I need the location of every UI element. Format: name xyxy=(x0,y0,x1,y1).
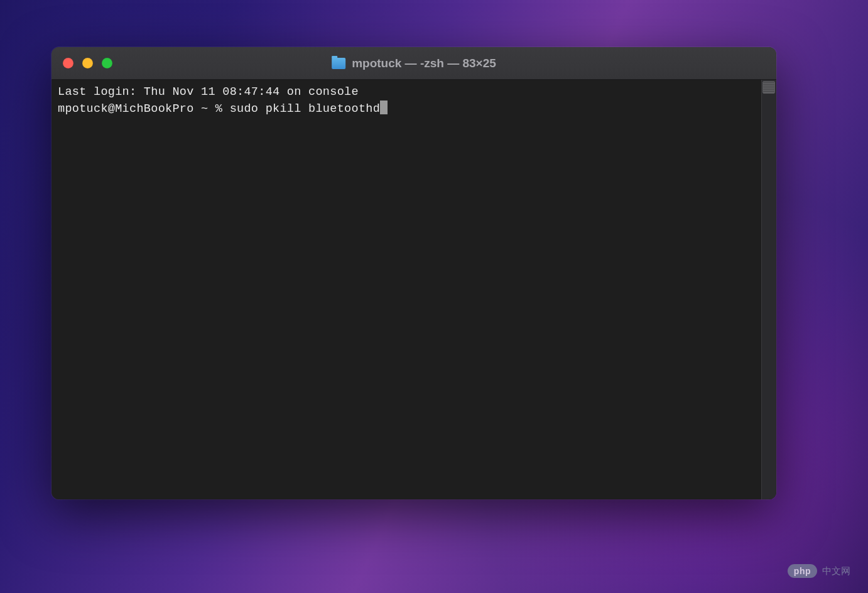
close-button[interactable] xyxy=(63,58,73,68)
terminal-window: mpotuck — -zsh — 83×25 Last login: Thu N… xyxy=(52,47,776,499)
window-title: mpotuck — -zsh — 83×25 xyxy=(332,57,496,70)
terminal-prompt-text: mpotuck@MichBookPro ~ % sudo pkill bluet… xyxy=(58,102,380,116)
cursor-icon xyxy=(380,101,388,114)
title-bar[interactable]: mpotuck — -zsh — 83×25 xyxy=(52,47,776,80)
terminal-prompt-line: mpotuck@MichBookPro ~ % sudo pkill bluet… xyxy=(58,101,755,117)
terminal-login-line: Last login: Thu Nov 11 08:47:44 on conso… xyxy=(58,84,755,101)
scrollbar-track[interactable] xyxy=(761,80,776,499)
watermark-text: 中文网 xyxy=(822,565,850,577)
watermark-badge: php xyxy=(788,564,817,578)
traffic-lights xyxy=(63,58,112,68)
watermark: php 中文网 xyxy=(788,564,850,578)
terminal-content[interactable]: Last login: Thu Nov 11 08:47:44 on conso… xyxy=(52,80,761,499)
window-title-text: mpotuck — -zsh — 83×25 xyxy=(352,57,496,70)
folder-icon xyxy=(332,58,345,69)
terminal-body: Last login: Thu Nov 11 08:47:44 on conso… xyxy=(52,80,776,499)
maximize-button[interactable] xyxy=(102,58,112,68)
minimize-button[interactable] xyxy=(82,58,93,68)
scrollbar-thumb-icon[interactable] xyxy=(762,81,775,94)
